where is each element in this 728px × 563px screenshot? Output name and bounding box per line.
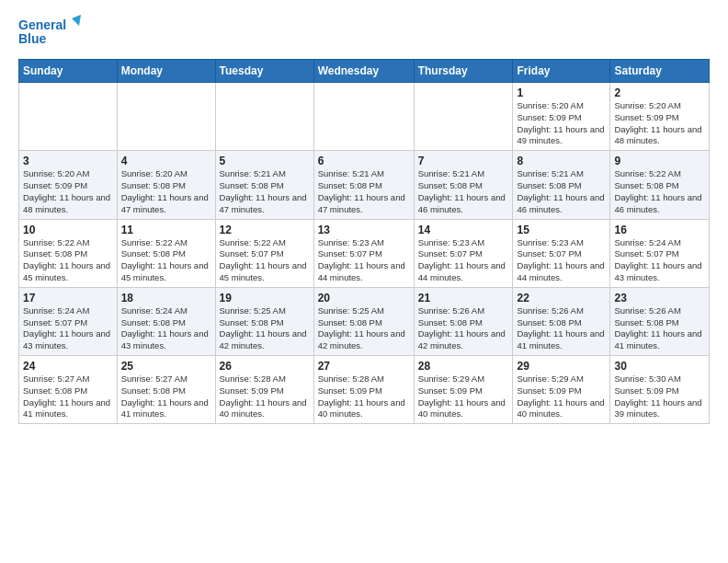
day-number: 3 (23, 155, 113, 167)
day-number: 17 (23, 292, 113, 304)
day-info: Sunrise: 5:25 AM Sunset: 5:08 PM Dayligh… (220, 305, 310, 352)
day-info: Sunrise: 5:23 AM Sunset: 5:07 PM Dayligh… (517, 237, 606, 284)
day-info: Sunrise: 5:27 AM Sunset: 5:08 PM Dayligh… (23, 373, 113, 420)
day-number: 11 (121, 224, 211, 236)
calendar-week-row: 17Sunrise: 5:24 AM Sunset: 5:07 PM Dayli… (19, 287, 710, 355)
day-number: 13 (318, 224, 410, 236)
calendar-cell: 21Sunrise: 5:26 AM Sunset: 5:08 PM Dayli… (414, 287, 513, 355)
calendar-cell: 2Sunrise: 5:20 AM Sunset: 5:09 PM Daylig… (610, 83, 710, 151)
day-number: 26 (220, 360, 310, 373)
calendar-cell: 15Sunrise: 5:23 AM Sunset: 5:07 PM Dayli… (513, 219, 610, 287)
weekday-header-wednesday: Wednesday (313, 60, 414, 83)
day-info: Sunrise: 5:22 AM Sunset: 5:08 PM Dayligh… (23, 237, 113, 284)
calendar-cell: 27Sunrise: 5:28 AM Sunset: 5:09 PM Dayli… (313, 356, 414, 424)
day-number: 23 (614, 292, 705, 304)
svg-marker-2 (72, 15, 81, 26)
calendar-cell: 22Sunrise: 5:26 AM Sunset: 5:08 PM Dayli… (513, 287, 610, 355)
weekday-header-row: SundayMondayTuesdayWednesdayThursdayFrid… (19, 60, 710, 83)
day-number: 2 (614, 86, 705, 99)
day-info: Sunrise: 5:26 AM Sunset: 5:08 PM Dayligh… (517, 305, 606, 352)
day-info: Sunrise: 5:24 AM Sunset: 5:07 PM Dayligh… (614, 237, 705, 284)
calendar-cell: 16Sunrise: 5:24 AM Sunset: 5:07 PM Dayli… (610, 219, 710, 287)
weekday-header-saturday: Saturday (610, 60, 710, 83)
calendar-table: SundayMondayTuesdayWednesdayThursdayFrid… (18, 59, 710, 424)
day-number: 22 (517, 292, 606, 304)
calendar-cell: 29Sunrise: 5:29 AM Sunset: 5:09 PM Dayli… (513, 356, 610, 424)
logo: General Blue (18, 15, 83, 52)
svg-text:Blue: Blue (18, 31, 47, 46)
day-number: 25 (121, 360, 211, 373)
calendar-cell: 18Sunrise: 5:24 AM Sunset: 5:08 PM Dayli… (117, 287, 215, 355)
weekday-header-thursday: Thursday (414, 60, 513, 83)
calendar-cell (117, 83, 215, 151)
day-number: 8 (517, 155, 606, 167)
calendar-cell: 14Sunrise: 5:23 AM Sunset: 5:07 PM Dayli… (414, 219, 513, 287)
day-info: Sunrise: 5:25 AM Sunset: 5:08 PM Dayligh… (318, 305, 410, 352)
calendar-week-row: 1Sunrise: 5:20 AM Sunset: 5:09 PM Daylig… (19, 83, 710, 151)
calendar-cell: 3Sunrise: 5:20 AM Sunset: 5:09 PM Daylig… (19, 151, 118, 219)
header: General Blue (18, 15, 710, 52)
calendar-cell: 7Sunrise: 5:21 AM Sunset: 5:08 PM Daylig… (414, 151, 513, 219)
day-info: Sunrise: 5:21 AM Sunset: 5:08 PM Dayligh… (418, 168, 509, 215)
day-number: 7 (418, 155, 509, 167)
calendar-cell (19, 83, 118, 151)
calendar-cell: 20Sunrise: 5:25 AM Sunset: 5:08 PM Dayli… (313, 287, 414, 355)
calendar-cell (414, 83, 513, 151)
day-info: Sunrise: 5:30 AM Sunset: 5:09 PM Dayligh… (614, 373, 705, 420)
calendar-cell (313, 83, 414, 151)
day-info: Sunrise: 5:26 AM Sunset: 5:08 PM Dayligh… (418, 305, 509, 352)
day-info: Sunrise: 5:20 AM Sunset: 5:09 PM Dayligh… (23, 168, 113, 215)
day-number: 9 (614, 155, 705, 167)
calendar-cell: 5Sunrise: 5:21 AM Sunset: 5:08 PM Daylig… (215, 151, 313, 219)
day-info: Sunrise: 5:21 AM Sunset: 5:08 PM Dayligh… (318, 168, 410, 215)
calendar-cell: 10Sunrise: 5:22 AM Sunset: 5:08 PM Dayli… (19, 219, 118, 287)
calendar-cell: 6Sunrise: 5:21 AM Sunset: 5:08 PM Daylig… (313, 151, 414, 219)
calendar-week-row: 10Sunrise: 5:22 AM Sunset: 5:08 PM Dayli… (19, 219, 710, 287)
calendar-cell: 25Sunrise: 5:27 AM Sunset: 5:08 PM Dayli… (117, 356, 215, 424)
day-info: Sunrise: 5:22 AM Sunset: 5:07 PM Dayligh… (220, 237, 310, 284)
day-number: 16 (614, 224, 705, 236)
calendar-cell: 26Sunrise: 5:28 AM Sunset: 5:09 PM Dayli… (215, 356, 313, 424)
day-info: Sunrise: 5:20 AM Sunset: 5:09 PM Dayligh… (614, 100, 705, 147)
day-info: Sunrise: 5:20 AM Sunset: 5:09 PM Dayligh… (517, 100, 606, 147)
day-info: Sunrise: 5:21 AM Sunset: 5:08 PM Dayligh… (517, 168, 606, 215)
day-number: 5 (220, 155, 310, 167)
day-info: Sunrise: 5:21 AM Sunset: 5:08 PM Dayligh… (220, 168, 310, 215)
weekday-header-tuesday: Tuesday (215, 60, 313, 83)
calendar-cell: 11Sunrise: 5:22 AM Sunset: 5:08 PM Dayli… (117, 219, 215, 287)
logo-svg: General Blue (18, 15, 83, 52)
calendar-cell: 28Sunrise: 5:29 AM Sunset: 5:09 PM Dayli… (414, 356, 513, 424)
day-number: 1 (517, 86, 606, 99)
weekday-header-friday: Friday (513, 60, 610, 83)
calendar-week-row: 3Sunrise: 5:20 AM Sunset: 5:09 PM Daylig… (19, 151, 710, 219)
day-info: Sunrise: 5:23 AM Sunset: 5:07 PM Dayligh… (418, 237, 509, 284)
calendar-cell (215, 83, 313, 151)
calendar-cell: 8Sunrise: 5:21 AM Sunset: 5:08 PM Daylig… (513, 151, 610, 219)
day-info: Sunrise: 5:26 AM Sunset: 5:08 PM Dayligh… (614, 305, 705, 352)
day-number: 21 (418, 292, 509, 304)
day-info: Sunrise: 5:28 AM Sunset: 5:09 PM Dayligh… (220, 373, 310, 420)
day-info: Sunrise: 5:24 AM Sunset: 5:07 PM Dayligh… (23, 305, 113, 352)
weekday-header-monday: Monday (117, 60, 215, 83)
day-number: 30 (614, 360, 705, 373)
day-info: Sunrise: 5:20 AM Sunset: 5:08 PM Dayligh… (121, 168, 211, 215)
day-number: 28 (418, 360, 509, 373)
day-number: 19 (220, 292, 310, 304)
day-info: Sunrise: 5:24 AM Sunset: 5:08 PM Dayligh… (121, 305, 211, 352)
day-number: 10 (23, 224, 113, 236)
calendar-week-row: 24Sunrise: 5:27 AM Sunset: 5:08 PM Dayli… (19, 356, 710, 424)
day-info: Sunrise: 5:27 AM Sunset: 5:08 PM Dayligh… (121, 373, 211, 420)
day-number: 4 (121, 155, 211, 167)
day-number: 29 (517, 360, 606, 373)
calendar-cell: 30Sunrise: 5:30 AM Sunset: 5:09 PM Dayli… (610, 356, 710, 424)
day-number: 12 (220, 224, 310, 236)
calendar-cell: 23Sunrise: 5:26 AM Sunset: 5:08 PM Dayli… (610, 287, 710, 355)
weekday-header-sunday: Sunday (19, 60, 118, 83)
day-info: Sunrise: 5:22 AM Sunset: 5:08 PM Dayligh… (121, 237, 211, 284)
day-number: 14 (418, 224, 509, 236)
svg-text:General: General (18, 17, 66, 32)
day-number: 20 (318, 292, 410, 304)
calendar-cell: 19Sunrise: 5:25 AM Sunset: 5:08 PM Dayli… (215, 287, 313, 355)
day-number: 6 (318, 155, 410, 167)
day-info: Sunrise: 5:29 AM Sunset: 5:09 PM Dayligh… (418, 373, 509, 420)
